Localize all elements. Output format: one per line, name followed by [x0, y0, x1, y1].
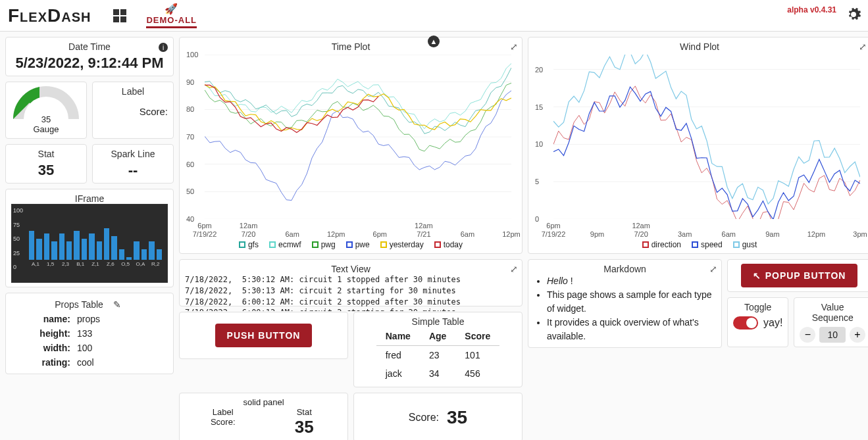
value-display: 10 — [819, 327, 846, 343]
table-row: name:props — [11, 312, 168, 326]
cursor-icon: ↖ — [753, 270, 761, 281]
label-card: Label Score: — [92, 82, 174, 139]
legend-item[interactable]: gfs — [239, 240, 259, 249]
expand-icon[interactable]: ⤢ — [709, 264, 717, 274]
legend-item[interactable]: gust — [733, 240, 757, 249]
iframe-bar-chart: 1007550250 A,11,52,3B,1Z,1Z,6O,5O,AR,2 — [11, 204, 168, 283]
tab-demo-all[interactable]: 🚀 DEMO-ALL — [146, 3, 197, 28]
text-view-card: Text View ⤢ 7/18/2022, 5:30:12 AM: circu… — [179, 259, 523, 306]
gauge-arc — [11, 86, 81, 122]
stat-card: Stat 35 — [5, 144, 87, 183]
version-text: alpha v0.4.31 — [787, 5, 836, 14]
iframe-card: IFrame 1007550250 A,11,52,3B,1Z,1Z,6O,5O… — [5, 189, 174, 287]
list-item: This page shows a sample for each type o… — [547, 288, 716, 316]
popup-button[interactable]: ↖ POPUP BUTTON — [741, 264, 858, 287]
markdown-card: Markdown ⤢ Hello !This page shows a samp… — [528, 259, 722, 348]
legend-item[interactable]: pwg — [312, 240, 336, 249]
app-logo: FlexDash — [8, 5, 91, 26]
topbar: FlexDash 🚀 DEMO-ALL alpha v0.4.31 — [0, 0, 868, 32]
gear-icon[interactable] — [846, 7, 861, 25]
svg-rect-2 — [113, 16, 119, 22]
push-button[interactable]: PUSH BUTTON — [215, 324, 313, 347]
svg-rect-3 — [120, 16, 126, 22]
legend-item[interactable]: ecmwf — [269, 240, 301, 249]
card-title: Date Time — [11, 41, 168, 52]
info-icon[interactable]: i — [159, 43, 168, 52]
dashboard-icon[interactable] — [112, 8, 128, 24]
sparkline-card: Spark Line -- — [92, 144, 174, 183]
increment-button[interactable]: + — [850, 327, 865, 343]
legend-item[interactable]: pwe — [346, 240, 370, 249]
table-row: fred23101 — [376, 346, 500, 365]
simple-table-card: Simple Table NameAgeScorefred23101jack34… — [353, 312, 523, 387]
legend-item[interactable]: today — [434, 240, 463, 249]
expand-icon[interactable]: ⤢ — [510, 264, 518, 274]
collapse-icon[interactable]: ▲ — [428, 36, 440, 47]
gauge-card: 35Gauge — [5, 82, 87, 139]
list-item: It provides a quick overview of what's a… — [547, 316, 716, 343]
list-item: Hello ! — [547, 274, 716, 288]
toggle-card: Toggle yay! — [727, 297, 788, 347]
table-row: rating:cool — [11, 355, 168, 370]
datetime-value: 5/23/2022, 9:12:44 PM — [11, 55, 168, 72]
expand-icon[interactable]: ⤢ — [510, 41, 518, 52]
svg-rect-0 — [113, 9, 119, 15]
datetime-card: Date Time i 5/23/2022, 9:12:44 PM — [5, 37, 174, 76]
props-table-card: Props Table ✎ name:propsheight:133width:… — [5, 293, 174, 374]
legend-item[interactable]: speed — [692, 240, 723, 249]
push-button-card: PUSH BUTTON — [179, 312, 348, 359]
popup-button-card: ↖ POPUP BUTTON — [727, 259, 868, 292]
wind-plot-card: Wind Plot ⤢ 201510506pm7/19/229pm12am7/2… — [528, 37, 868, 254]
table-row: height:133 — [11, 326, 168, 341]
expand-icon[interactable]: ⤢ — [859, 41, 867, 52]
toggle-switch[interactable] — [733, 316, 758, 330]
svg-rect-1 — [120, 9, 126, 15]
table-row: width:100 — [11, 341, 168, 355]
solid-panel-card: solid panel LabelScore: Stat35 — [179, 393, 348, 440]
score-card: Score: 35 — [353, 393, 523, 440]
text-view-content: 7/18/2022, 5:30:12 AM: circuit 1 stopped… — [185, 274, 517, 311]
decrement-button[interactable]: − — [800, 327, 815, 343]
time-plot-card: Time Plot ⤢ 1009080706050406pm7/19/2212a… — [179, 37, 523, 254]
edit-icon[interactable]: ✎ — [110, 297, 124, 312]
table-row: jack34456 — [376, 364, 500, 383]
tab-label: DEMO-ALL — [146, 15, 197, 25]
legend-item[interactable]: direction — [642, 240, 681, 249]
rocket-icon: 🚀 — [165, 3, 178, 15]
value-sequence-card: Value Sequence − 10 + — [794, 297, 868, 347]
legend-item[interactable]: yesterday — [380, 240, 424, 249]
